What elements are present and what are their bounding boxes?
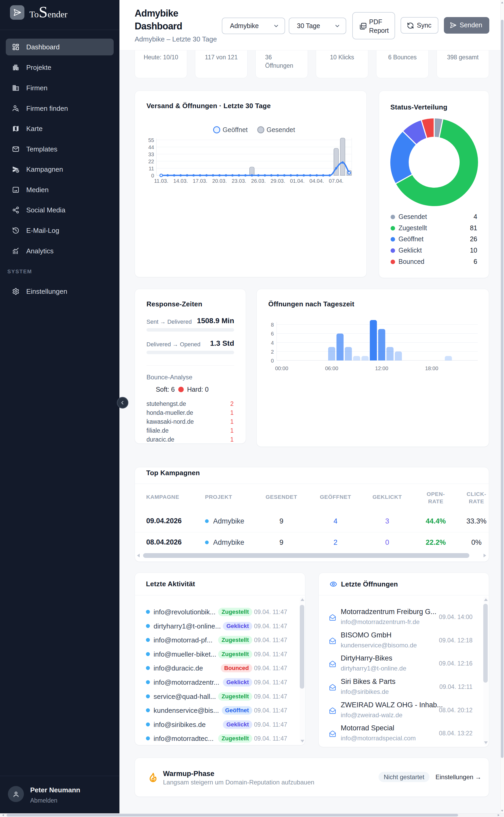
svg-text:6: 6 (271, 331, 274, 337)
svg-text:44: 44 (148, 144, 154, 150)
svg-text:07.04.: 07.04. (329, 178, 344, 184)
svg-text:20.03.: 20.03. (212, 178, 227, 184)
svg-text:04.04.: 04.04. (309, 178, 324, 184)
svg-text:55: 55 (148, 137, 154, 143)
svg-text:12:00: 12:00 (375, 365, 388, 371)
svg-text:14.03.: 14.03. (173, 178, 188, 184)
svg-text:11: 11 (149, 166, 154, 171)
svg-text:0: 0 (271, 358, 274, 364)
svg-text:01.04.: 01.04. (290, 178, 305, 184)
svg-text:26.03.: 26.03. (251, 178, 266, 184)
svg-text:2: 2 (271, 349, 274, 355)
svg-text:22: 22 (148, 159, 154, 164)
svg-text:11.03.: 11.03. (154, 178, 168, 184)
svg-text:8: 8 (271, 322, 274, 328)
svg-text:18:00: 18:00 (425, 365, 438, 371)
svg-text:23.03.: 23.03. (232, 178, 246, 184)
svg-text:PDF: PDF (362, 25, 366, 27)
svg-text:29.03.: 29.03. (271, 178, 285, 184)
svg-text:33: 33 (148, 151, 154, 157)
svg-text:06:00: 06:00 (325, 365, 338, 371)
svg-text:17.03.: 17.03. (193, 178, 207, 184)
svg-text:0: 0 (151, 173, 154, 179)
svg-text:4: 4 (271, 340, 274, 346)
svg-text:00:00: 00:00 (275, 365, 288, 371)
